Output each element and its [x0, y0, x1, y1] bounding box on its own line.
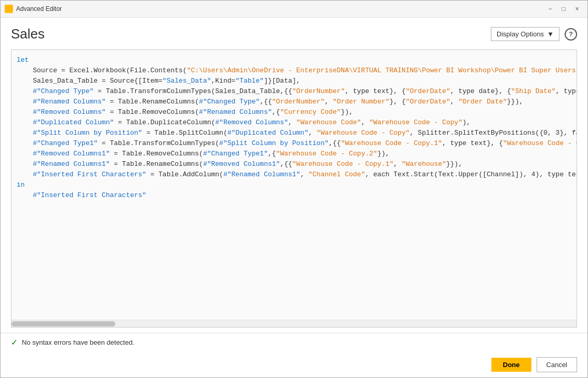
code-area[interactable]: let Source = Excel.Workbook(File.Content… — [11, 50, 577, 320]
chevron-down-icon: ▼ — [547, 30, 554, 38]
help-button[interactable]: ? — [565, 28, 577, 41]
content-area: Sales Display Options ▼ ? let Source = E… — [1, 18, 587, 333]
app-icon — [5, 5, 13, 13]
title-bar-text: Advanced Editor — [16, 5, 544, 12]
advanced-editor-window: Advanced Editor − □ × Sales Display Opti… — [0, 0, 588, 378]
cancel-button[interactable]: Cancel — [537, 357, 577, 372]
code-content: let Source = Excel.Workbook(File.Content… — [11, 55, 577, 201]
close-button[interactable]: × — [571, 3, 583, 15]
check-icon: ✓ — [11, 337, 18, 347]
footer: Done Cancel — [1, 351, 587, 377]
minimize-button[interactable]: − — [544, 3, 556, 15]
top-right-controls: Display Options ▼ ? — [491, 27, 577, 41]
done-button[interactable]: Done — [491, 358, 531, 372]
display-options-label: Display Options — [497, 30, 544, 38]
title-bar-controls: − □ × — [544, 3, 583, 15]
page-title: Sales — [11, 26, 45, 42]
restore-button[interactable]: □ — [557, 3, 570, 15]
horizontal-scrollbar[interactable] — [11, 320, 577, 327]
editor-container: let Source = Excel.Workbook(File.Content… — [11, 49, 577, 328]
scrollbar-thumb[interactable] — [11, 321, 115, 327]
title-bar: Advanced Editor − □ × — [1, 1, 587, 18]
status-message: No syntax errors have been detected. — [22, 338, 135, 346]
top-row: Sales Display Options ▼ ? — [11, 26, 577, 42]
display-options-button[interactable]: Display Options ▼ — [491, 27, 559, 41]
status-bar: ✓ No syntax errors have been detected. — [1, 333, 587, 351]
